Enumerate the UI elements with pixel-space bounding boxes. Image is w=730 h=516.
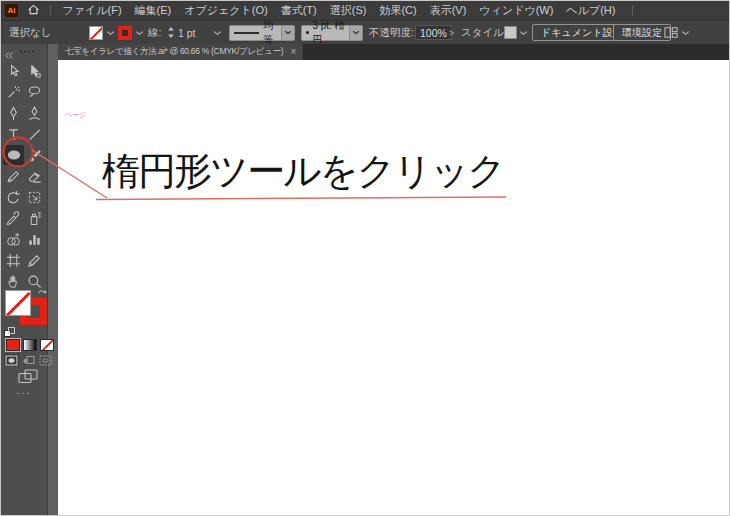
tool-curvature[interactable]	[25, 104, 44, 122]
close-tab-icon[interactable]: ×	[290, 47, 296, 57]
menu-item-select[interactable]: 選択(S)	[323, 3, 373, 18]
tool-pencil[interactable]	[4, 167, 23, 185]
tool-slice[interactable]	[25, 251, 44, 269]
menu-item-effect[interactable]: 効果(C)	[373, 3, 423, 18]
stroke-weight-value[interactable]: 1 pt	[178, 21, 196, 44]
page-label: ページ	[65, 110, 86, 120]
stroke-weight-stepper[interactable]	[167, 21, 175, 44]
tool-pen[interactable]	[4, 104, 23, 122]
chevron-down-icon[interactable]	[135, 21, 144, 44]
menu-item-view[interactable]: 表示(V)	[423, 3, 473, 18]
arrange-documents-icon[interactable]	[664, 21, 678, 44]
tool-eraser[interactable]	[25, 167, 44, 185]
menu-item-help[interactable]: ヘルプ(H)	[560, 3, 622, 18]
tool-magic-wand[interactable]	[4, 83, 23, 101]
home-icon[interactable]	[27, 3, 40, 18]
tool-ellipse[interactable]	[3, 145, 24, 165]
canvas[interactable]: ページ 楕円形ツールをクリック	[58, 60, 729, 516]
brush-dropdown[interactable]: 3 pt. 楕円	[301, 21, 363, 44]
style-label: スタイル:	[461, 21, 507, 44]
control-bar: 選択なし 線: 1 pt 均等 3 pt. 楕円	[1, 20, 729, 44]
tool-line-segment[interactable]	[25, 125, 44, 143]
fill-indicator-none[interactable]	[5, 290, 31, 316]
illustrator-window: Ai ファイル(F) 編集(E) オブジェクト(O) 書式(T) 選択(S) 効…	[0, 0, 730, 516]
gradient-button[interactable]	[23, 339, 37, 351]
draw-behind-mode-button[interactable]	[21, 354, 36, 366]
menu-bar: Ai ファイル(F) 編集(E) オブジェクト(O) 書式(T) 選択(S) 効…	[1, 1, 729, 20]
menu-item-file[interactable]: ファイル(F)	[56, 3, 128, 18]
chevron-down-icon[interactable]	[519, 21, 528, 44]
tools-panel: ...	[1, 44, 58, 516]
tool-lasso[interactable]	[25, 83, 44, 101]
document-tab-bar: 七宝をイラレで描く方法.ai* @ 60.66 % (CMYK/プレビュー) ×	[58, 44, 729, 60]
chevron-down-icon[interactable]	[106, 21, 115, 44]
menu-items: ファイル(F) 編集(E) オブジェクト(O) 書式(T) 選択(S) 効果(C…	[56, 3, 622, 18]
document-tab-title: 七宝をイラレで描く方法.ai* @ 60.66 % (CMYK/プレビュー)	[65, 46, 283, 58]
tool-type[interactable]	[4, 125, 23, 143]
menu-item-object[interactable]: オブジェクト(O)	[178, 3, 274, 18]
tool-shape-builder[interactable]	[4, 230, 23, 248]
draw-normal-mode-button[interactable]	[4, 354, 19, 366]
panel-gutter	[47, 44, 58, 516]
width-profile-dropdown[interactable]: 均等	[229, 21, 295, 44]
divider	[50, 5, 51, 16]
callout-text: 楕円形ツールをクリック	[102, 146, 504, 197]
stroke-weight-dropdown-icon[interactable]	[213, 21, 222, 44]
divider	[632, 5, 633, 16]
chevron-down-icon[interactable]	[681, 21, 690, 44]
document-tab[interactable]: 七宝をイラレで描く方法.ai* @ 60.66 % (CMYK/プレビュー) ×	[58, 44, 304, 60]
tool-selection[interactable]	[4, 62, 23, 80]
tool-eyedropper[interactable]	[4, 209, 23, 227]
brush-name-label: 3 pt. 楕円	[312, 19, 349, 47]
tool-symbol-sprayer[interactable]	[25, 209, 44, 227]
opacity-label: 不透明度:	[369, 21, 414, 44]
fill-swatch[interactable]	[89, 21, 103, 44]
menu-item-type[interactable]: 書式(T)	[274, 3, 323, 18]
stroke-color-swatch[interactable]	[118, 21, 132, 44]
panel-drag-handle[interactable]	[19, 50, 35, 53]
opacity-expand-arrow[interactable]: >	[449, 21, 454, 44]
tool-rotate[interactable]	[4, 188, 23, 206]
tool-graph[interactable]	[25, 230, 44, 248]
chevron-down-icon	[349, 26, 362, 40]
tool-paintbrush[interactable]	[25, 146, 44, 164]
more-tools-button[interactable]: ...	[1, 384, 47, 396]
tool-artboard[interactable]	[4, 251, 23, 269]
preferences-button[interactable]: 環境設定	[613, 21, 671, 44]
none-button[interactable]	[40, 339, 54, 351]
menu-item-edit[interactable]: 編集(E)	[128, 3, 178, 18]
selection-status: 選択なし	[9, 21, 52, 44]
width-profile-label: 均等	[263, 19, 281, 47]
app-icon[interactable]: Ai	[5, 4, 18, 17]
menu-item-window[interactable]: ウィンドウ(W)	[473, 3, 560, 18]
stroke-label: 線:	[148, 21, 161, 44]
chevron-down-icon	[281, 26, 294, 40]
opacity-field[interactable]: 100%	[415, 21, 452, 44]
default-fill-stroke-icon[interactable]	[4, 324, 15, 342]
style-swatch[interactable]	[504, 21, 517, 44]
tool-hand[interactable]	[4, 272, 23, 290]
tool-free-transform[interactable]	[25, 188, 44, 206]
draw-inside-mode-button[interactable]	[38, 354, 53, 366]
tool-direct-selection[interactable]	[25, 62, 44, 80]
